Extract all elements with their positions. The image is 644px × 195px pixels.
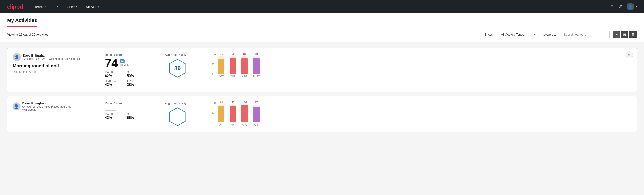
divider <box>154 53 154 87</box>
card-stats: Round Score 74 +4 18 Holes FW Hit 62% GI… <box>100 53 148 87</box>
hexagon-wrapper: 89 <box>165 58 190 78</box>
round-score-row: 74 +4 18 Holes <box>105 57 143 69</box>
fw-hit-value: 62% <box>105 74 122 78</box>
edit-button[interactable]: ✏ <box>626 51 633 58</box>
user-name: Dave Billingham <box>23 54 81 57</box>
view-toggle: ≡ ⊞ ☰ <box>613 31 637 38</box>
stat-grid: FW Hit 62% GIR 50% Up/Down 43% 1 Putt 28… <box>105 71 143 87</box>
score-dash <box>105 110 116 111</box>
hexagon-wrapper <box>165 107 190 127</box>
viewing-count-text: Viewing 12 out of 29 Activities <box>7 33 48 36</box>
user-name: Dave Billingham <box>22 102 82 105</box>
chart: 100 50 0 94 OTT 93 <box>206 102 631 126</box>
logo[interactable]: clippd <box>7 3 23 10</box>
hexagon: 89 <box>167 58 188 78</box>
bar-arg-value: 89 <box>243 52 246 56</box>
bar-arg-fill <box>242 58 248 74</box>
holes-label: 18 Holes <box>120 64 131 67</box>
chart-bars: 94 OTT 93 APP 106 <box>218 102 260 126</box>
add-icon[interactable]: ⊕ <box>610 4 614 9</box>
chart-bars: 85 OTT 90 APP <box>218 53 260 78</box>
bar-ott-value: 85 <box>220 52 223 56</box>
nav-performance[interactable]: Performance ▾ <box>55 3 78 10</box>
up-down-label: Up/Down <box>105 80 122 83</box>
score-badge: +4 <box>120 59 125 63</box>
bar-app-label: APP <box>230 75 236 78</box>
gir-stat: GIR 56% <box>127 113 143 120</box>
bar-arg-value: 106 <box>242 101 247 104</box>
bar-putt-bg <box>253 105 260 122</box>
compact-view-button[interactable]: ☰ <box>629 31 637 38</box>
bar-putt-value: 87 <box>255 101 258 104</box>
fw-hit-value: 43% <box>105 116 122 120</box>
avatar: 👤 <box>13 53 21 61</box>
gir-value: 56% <box>127 116 143 120</box>
user-details: Dave Billingham December 05, 2021 - Gog … <box>23 54 81 60</box>
filter-bar: Viewing 12 out of 29 Activities Show: Al… <box>0 27 644 42</box>
chart: 100 50 0 85 OTT 90 <box>206 53 631 78</box>
bar-ott: 85 OTT <box>218 52 224 78</box>
chart-y-axis: 100 50 0 <box>212 102 216 124</box>
activity-card: ✏ 👤 Dave Billingham December 05, 2021 - … <box>7 48 637 92</box>
bar-app-fill <box>230 106 236 122</box>
page-header: My Activities <box>0 14 644 27</box>
divider <box>94 53 94 87</box>
keywords-label: Keywords: <box>541 33 556 36</box>
divider <box>154 102 154 127</box>
bar-app: 93 APP <box>230 101 236 126</box>
nav-activities[interactable]: Activities <box>85 3 100 10</box>
hexagon-svg <box>167 107 188 127</box>
gir-label: GIR <box>127 113 143 116</box>
one-putt-value: 28% <box>127 83 143 87</box>
page-title: My Activities <box>7 18 37 27</box>
bar-ott-label: OTT <box>219 124 224 126</box>
activity-card: 👤 Dave Billingham October 16, 2021 - Gog… <box>7 96 637 132</box>
gir-stat: GIR 50% <box>127 71 143 78</box>
avatar: 👤 <box>626 3 634 10</box>
hex-score: 89 <box>174 65 181 72</box>
card-left: 👤 Dave Billingham October 16, 2021 - Gog… <box>13 102 88 113</box>
bar-arg-bg <box>242 56 248 74</box>
bar-putt-label: PUTT <box>253 124 260 126</box>
up-down-value: 43% <box>105 83 122 87</box>
fw-hit-label: FW Hit <box>105 71 122 74</box>
activity-type-dropdown[interactable]: All Activity Types <box>498 31 538 38</box>
activities-list: ✏ 👤 Dave Billingham December 05, 2021 - … <box>0 42 644 138</box>
viewing-total: 29 <box>32 33 36 36</box>
hexagon <box>167 107 188 127</box>
divider <box>200 102 201 127</box>
user-info: 👤 Dave Billingham October 16, 2021 - Gog… <box>13 102 82 111</box>
svg-marker-1 <box>170 108 185 126</box>
round-score-label: Round Score <box>105 53 143 56</box>
activity-title: Morning round of golf <box>13 63 82 68</box>
search-input[interactable] <box>560 31 610 38</box>
shot-quality-label: Avg Shot Quality <box>165 53 186 56</box>
chart-y-axis: 100 50 0 <box>212 53 216 76</box>
user-menu[interactable]: 👤 ▾ <box>626 3 637 10</box>
user-date: December 05, 2021 - Gog Magog Golf Club … <box>23 57 81 60</box>
user-chevron: ▾ <box>636 5 637 8</box>
fw-hit-stat: FW Hit 62% <box>105 71 122 78</box>
bar-ott-bg <box>218 105 224 122</box>
bar-app-label: APP <box>230 124 236 126</box>
grid-view-button[interactable]: ⊞ <box>620 31 628 38</box>
list-view-button[interactable]: ≡ <box>613 31 620 38</box>
card-left: 👤 Dave Billingham December 05, 2021 - Go… <box>13 53 88 74</box>
bar-putt-fill <box>253 107 260 122</box>
bar-arg-fill <box>242 105 248 122</box>
avatar: 👤 <box>13 102 20 110</box>
bar-app-value: 93 <box>232 101 234 104</box>
viewing-count: 12 <box>19 33 22 36</box>
bar-putt-value: 89 <box>255 52 258 56</box>
shot-quality: Avg Shot Quality 89 <box>160 53 195 78</box>
round-score-row <box>105 106 143 111</box>
refresh-icon[interactable]: ↺ <box>618 4 622 9</box>
up-down-stat: Up/Down 43% <box>105 80 122 87</box>
stat-grid: FW Hit 43% GIR 56% <box>105 113 143 120</box>
bar-app-bg <box>230 56 236 74</box>
user-icon: 👤 <box>14 104 19 109</box>
nav-teams[interactable]: Teams ▾ <box>34 3 48 10</box>
activity-type-dropdown-wrapper: All Activity Types ▾ <box>498 31 538 38</box>
bar-putt: 87 PUTT <box>253 101 260 126</box>
divider <box>94 102 94 127</box>
